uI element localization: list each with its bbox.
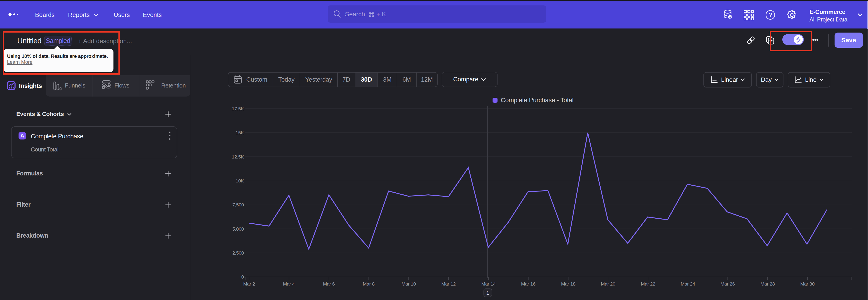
svg-text:Mar 30: Mar 30 (800, 281, 815, 287)
svg-text:Mar 24: Mar 24 (681, 281, 695, 287)
svg-text:Mar 20: Mar 20 (601, 281, 615, 287)
svg-text:Mar 6: Mar 6 (323, 281, 335, 287)
svg-text:Mar 18: Mar 18 (561, 281, 576, 287)
svg-text:Mar 26: Mar 26 (720, 281, 735, 287)
svg-text:0: 0 (241, 274, 244, 279)
svg-text:Mar 10: Mar 10 (401, 281, 416, 287)
svg-text:10K: 10K (236, 178, 244, 183)
svg-text:2,500: 2,500 (232, 250, 244, 256)
svg-text:Mar 22: Mar 22 (641, 281, 655, 287)
svg-text:Mar 16: Mar 16 (521, 281, 535, 287)
svg-text:5,000: 5,000 (232, 226, 244, 232)
svg-text:Mar 12: Mar 12 (441, 281, 456, 287)
svg-text:7,500: 7,500 (232, 202, 244, 207)
svg-text:12.5K: 12.5K (232, 154, 244, 159)
svg-text:Mar 8: Mar 8 (363, 281, 375, 287)
svg-text:17.5K: 17.5K (232, 106, 244, 111)
svg-text:Mar 4: Mar 4 (283, 281, 295, 287)
svg-text:Mar 2: Mar 2 (243, 281, 255, 287)
svg-text:Mar 14: Mar 14 (481, 281, 496, 287)
svg-text:Mar 28: Mar 28 (761, 281, 775, 287)
svg-text:15K: 15K (236, 130, 244, 135)
